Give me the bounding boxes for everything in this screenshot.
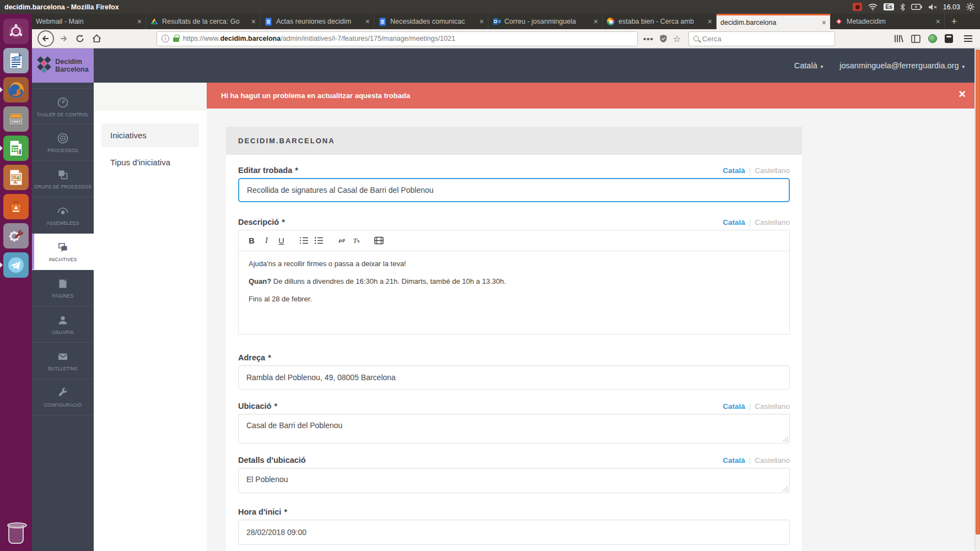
telegram-icon[interactable]: [3, 252, 29, 278]
link-button[interactable]: [334, 233, 349, 248]
tab-close-icon[interactable]: ×: [936, 17, 940, 26]
page-scrollbar[interactable]: [974, 48, 980, 551]
keyboard-layout-indicator[interactable]: Es: [884, 3, 893, 10]
underline-button[interactable]: U: [274, 233, 289, 248]
lang-tab-catala[interactable]: Català: [723, 402, 745, 410]
tab-metadecidim[interactable]: Metadecidim ×: [831, 14, 945, 29]
start-time-label: Hora d'inici: [238, 507, 281, 516]
sidebar-item-processos[interactable]: PROCESSOS: [32, 125, 94, 161]
video-embed-button[interactable]: [371, 233, 386, 248]
location-details-textarea[interactable]: El Poblenou: [238, 468, 790, 493]
tab-necesidades[interactable]: Necesidades comunicac ×: [374, 14, 488, 29]
subsidebar-item-tipus-iniciativa[interactable]: Tipus d'iniciativa: [101, 153, 199, 174]
tab-close-icon[interactable]: ×: [251, 17, 256, 26]
lang-tab-catala[interactable]: Català: [723, 166, 745, 175]
tab-correu[interactable]: Correu - josanminguela ×: [488, 14, 602, 29]
editor-body[interactable]: Ajuda'ns a recollir firmes o passa a dei…: [239, 251, 789, 334]
decidim-logo[interactable]: Decidim Barcelona: [32, 48, 94, 83]
close-icon[interactable]: ×: [959, 87, 966, 101]
location-textarea[interactable]: Casal de Barri del Poblenou: [238, 414, 790, 444]
editor-paragraph: Quan? De dilluns a divendres de 16:30h a…: [249, 277, 779, 285]
wifi-icon[interactable]: [868, 3, 877, 10]
sidebar-item-iniciatives[interactable]: INICIATIVES: [32, 234, 94, 270]
title-input[interactable]: [238, 178, 790, 202]
user-menu[interactable]: josanminguela@ferrerguardia.org▾: [839, 61, 965, 70]
sidebar-item-tauler-de-control[interactable]: TAULER DE CONTROL: [32, 88, 94, 125]
libreoffice-writer-icon[interactable]: [3, 48, 29, 73]
scrollbar-thumb[interactable]: [976, 50, 980, 534]
sidebar-item-configuracio[interactable]: CONFIGURACIÓ: [32, 379, 94, 415]
book-icon: [56, 277, 69, 290]
new-tab-button[interactable]: +: [945, 14, 963, 29]
lang-tab-catala[interactable]: Català: [723, 218, 745, 226]
back-button[interactable]: [37, 30, 54, 47]
screen-record-icon[interactable]: [853, 3, 862, 11]
person-icon: [56, 314, 69, 327]
tab-close-icon[interactable]: ×: [365, 17, 370, 26]
address-input[interactable]: [238, 365, 790, 390]
bluetooth-icon[interactable]: [900, 3, 905, 11]
session-gear-icon[interactable]: [966, 3, 974, 11]
lang-tab-castellano[interactable]: Castellano: [755, 402, 790, 410]
tab-close-icon[interactable]: ×: [822, 18, 826, 27]
tab-webmail[interactable]: Webmail - Main ×: [32, 14, 146, 29]
sidebar-toggle-icon[interactable]: [911, 35, 920, 43]
tab-actas[interactable]: Actas reuniones decidim ×: [260, 14, 374, 29]
system-settings-icon[interactable]: [3, 223, 29, 249]
bullet-list-button[interactable]: [311, 233, 326, 248]
lang-tab-castellano[interactable]: Castellano: [755, 456, 790, 464]
tab-drive-results[interactable]: Resultats de la cerca: Go ×: [146, 14, 260, 29]
lang-tab-catala[interactable]: Català: [723, 456, 745, 464]
search-bar[interactable]: [688, 31, 835, 46]
tab-cerca[interactable]: estaba bien - Cerca amb ×: [602, 14, 717, 29]
tracking-shield-icon[interactable]: [659, 34, 667, 43]
lang-tab-castellano[interactable]: Castellano: [755, 166, 790, 175]
https-lock-icon[interactable]: [173, 37, 179, 42]
battery-icon[interactable]: [911, 4, 922, 10]
tab-close-icon[interactable]: ×: [137, 17, 142, 26]
libreoffice-impress-icon[interactable]: [3, 165, 29, 190]
sidebar-item-grups-de-processos[interactable]: GRUPS DE PROCESSOS: [32, 161, 94, 197]
bookmark-star-icon[interactable]: ☆: [673, 34, 681, 44]
sidebar-item-assemblees[interactable]: ASSEMBLEES: [32, 197, 94, 234]
bold-button[interactable]: B: [244, 233, 259, 248]
page-actions-icon[interactable]: •••: [643, 34, 654, 44]
search-input[interactable]: [702, 35, 812, 43]
reload-button[interactable]: [73, 31, 87, 46]
tab-decidim-active[interactable]: decidim.barcelona ×: [717, 14, 831, 29]
menu-hamburger-icon[interactable]: [964, 38, 972, 39]
extension-dark-icon[interactable]: [945, 34, 953, 43]
home-button[interactable]: [89, 31, 104, 46]
page-viewport: Decidim Barcelona Català▾ josanminguela@…: [32, 48, 980, 551]
volume-muted-icon[interactable]: [928, 4, 937, 10]
url-text[interactable]: https://www.decidim.barcelona/admin/init…: [183, 35, 455, 42]
language-dropdown[interactable]: Català▾: [794, 61, 823, 70]
tab-close-icon[interactable]: ×: [708, 17, 712, 26]
file-cabinet-icon[interactable]: [3, 106, 29, 132]
libreoffice-calc-icon[interactable]: [3, 136, 29, 161]
trash-icon[interactable]: [3, 520, 29, 549]
clear-format-button[interactable]: Tx: [349, 233, 364, 248]
extension-green-icon[interactable]: [928, 34, 937, 43]
ubuntu-dash-icon[interactable]: [3, 19, 29, 44]
site-info-icon[interactable]: i: [161, 35, 169, 42]
brand-line1: Decidim: [55, 58, 88, 66]
ubuntu-software-icon[interactable]: [3, 194, 29, 219]
tab-close-icon[interactable]: ×: [480, 17, 484, 26]
sidebar-item-butlletins[interactable]: BUTLLETINS: [32, 343, 94, 379]
subsidebar-item-iniciatives[interactable]: Iniciatives: [101, 123, 199, 147]
lang-tab-castellano[interactable]: Castellano: [755, 218, 790, 226]
location-details-label: Detalls d'ubicació: [238, 456, 306, 464]
italic-button[interactable]: I: [259, 233, 274, 248]
sidebar-item-pagines[interactable]: PÀGINES: [32, 270, 94, 306]
sidebar-item-usuaris[interactable]: USUARIS: [32, 306, 94, 343]
forward-button[interactable]: [56, 31, 71, 46]
tab-close-icon[interactable]: ×: [594, 17, 598, 26]
decidim-logo-mark: [37, 56, 51, 75]
start-time-input[interactable]: [238, 520, 790, 545]
ordered-list-button[interactable]: [297, 233, 311, 248]
firefox-icon[interactable]: [3, 77, 29, 102]
library-icon[interactable]: [894, 34, 903, 43]
clock[interactable]: 16.03: [943, 3, 960, 11]
url-bar[interactable]: i https://www.decidim.barcelona/admin/in…: [157, 31, 638, 46]
